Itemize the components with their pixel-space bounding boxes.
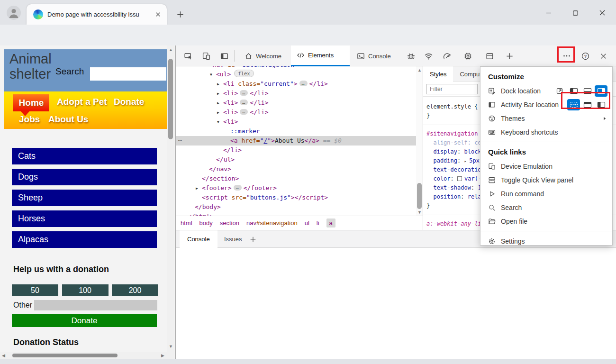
nav-item-adopt[interactable]: Adopt a Pet xyxy=(57,97,107,107)
quick-view-panel-icon xyxy=(488,176,496,184)
highlight-box-customize-button xyxy=(557,46,575,63)
menu-item-keyboard-shortcuts[interactable]: Keyboard shortcuts xyxy=(480,125,612,139)
breadcrumb-item-li[interactable]: li xyxy=(317,219,319,227)
dom-tree-row[interactable]: <script src="buttons.js"></script> xyxy=(176,193,416,202)
scroll-thumb[interactable] xyxy=(12,354,118,357)
tab-elements[interactable]: Elements xyxy=(291,46,350,66)
dom-tree-row[interactable]: </ul> xyxy=(176,155,416,164)
nav-item-about[interactable]: About Us xyxy=(48,114,88,125)
window-minimize-button[interactable] xyxy=(539,7,558,19)
menu-item-run-command[interactable]: Run command xyxy=(480,187,612,200)
dom-tree-row[interactable]: </html> xyxy=(176,212,416,216)
more-tools-plus-icon[interactable] xyxy=(502,49,516,63)
drawer-tab-issues[interactable]: Issues xyxy=(217,230,250,248)
scroll-down-icon[interactable]: ▼ xyxy=(169,344,173,349)
menu-item-settings[interactable]: Settings xyxy=(480,234,612,248)
person-icon xyxy=(7,6,21,20)
profile-avatar[interactable] xyxy=(7,6,21,20)
amount-button-50[interactable]: 50 xyxy=(12,284,58,296)
tab-close-icon[interactable] xyxy=(154,10,162,19)
menu-item-device-emulation[interactable]: Device Emulation xyxy=(480,159,612,173)
dom-tree-row[interactable]: ::marker xyxy=(176,127,416,136)
dom-tree-row[interactable]: ▶<li>…</li> xyxy=(176,98,416,108)
nav-item-home[interactable]: Home xyxy=(13,94,49,111)
amount-button-200[interactable]: 200 xyxy=(112,284,158,296)
search-icon xyxy=(488,204,496,211)
amount-button-100[interactable]: 100 xyxy=(62,284,109,296)
animal-button-horses[interactable]: Horses xyxy=(12,210,157,227)
other-amount-input[interactable] xyxy=(34,300,157,310)
breadcrumb-item-body[interactable]: body xyxy=(199,219,213,227)
new-tab-button[interactable] xyxy=(174,9,186,20)
dom-tree-row[interactable]: ▶<li class="current">…</li> xyxy=(176,79,416,89)
dom-tree-row[interactable]: </li> xyxy=(176,146,416,155)
menu-heading-customize: Customize xyxy=(480,70,612,84)
tree-scrollbar[interactable]: ▲ ▼ xyxy=(416,66,423,216)
dom-tree-row[interactable]: ▶<footer>…</footer> xyxy=(176,183,416,193)
menu-item-toggle-quick-view[interactable]: Toggle Quick View panel xyxy=(480,173,612,187)
dom-tree-row[interactable]: </body> xyxy=(176,202,416,212)
animal-button-dogs[interactable]: Dogs xyxy=(12,169,157,185)
help-icon[interactable]: ? xyxy=(578,49,592,63)
device-emulation-icon[interactable] xyxy=(199,49,213,63)
breadcrumb-item-nav[interactable]: nav#sitenavigation xyxy=(246,219,298,227)
drawer-add-tab-icon[interactable] xyxy=(246,232,260,246)
dom-tree-row[interactable]: ▼<ul>flex xyxy=(176,70,416,79)
styles-filter-input[interactable] xyxy=(426,84,478,94)
scroll-thumb[interactable] xyxy=(417,183,422,209)
dom-tree: ▼<nav id="sitenavigation">▼<ul>flex▶<li … xyxy=(176,66,416,216)
animal-button-cats[interactable]: Cats xyxy=(12,148,157,164)
scroll-thumb[interactable] xyxy=(168,59,173,139)
dom-tree-row[interactable]: ▶<li>…</li> xyxy=(176,108,416,117)
search-input[interactable] xyxy=(90,67,166,81)
activity-bar-toggle-icon[interactable] xyxy=(217,49,231,63)
scroll-right-icon[interactable]: ▶ xyxy=(161,353,164,358)
breadcrumb-item-section[interactable]: section xyxy=(220,219,239,227)
scroll-up-icon[interactable]: ▲ xyxy=(169,47,173,52)
menu-item-themes[interactable]: Themes xyxy=(480,111,612,125)
color-swatch[interactable] xyxy=(457,176,462,181)
tab-console[interactable]: Console xyxy=(351,46,397,66)
dock-panel-icon[interactable] xyxy=(482,49,497,63)
dom-tree-row[interactable]: ▼<nav id="sitenavigation"> xyxy=(176,66,416,70)
page-vertical-scrollbar[interactable]: ▲ ▼ xyxy=(167,46,174,352)
dom-tree-row[interactable]: </nav> xyxy=(176,164,416,174)
animal-button-alpacas[interactable]: Alpacas xyxy=(12,231,157,248)
dom-tree-row[interactable]: ▼<li> xyxy=(176,117,416,127)
donate-button[interactable]: Donate xyxy=(12,314,157,327)
page-horizontal-scrollbar[interactable]: ◀ ▶ xyxy=(0,352,174,359)
tab-welcome[interactable]: Welcome xyxy=(239,46,287,66)
inspect-element-icon[interactable] xyxy=(181,49,195,63)
drawer-tab-console[interactable]: Console xyxy=(180,230,217,248)
nav-item-donate[interactable]: Donate xyxy=(114,97,144,107)
menu-item-search[interactable]: Search xyxy=(480,200,612,214)
scroll-up-icon[interactable]: ▲ xyxy=(417,68,422,73)
toolbar-separator xyxy=(234,50,235,62)
site-header: Animal shelter Search xyxy=(4,49,167,91)
run-command-icon xyxy=(488,190,496,198)
nav-item-jobs[interactable]: Jobs xyxy=(19,114,40,125)
debug-bug-icon[interactable] xyxy=(404,49,418,63)
network-conditions-icon[interactable] xyxy=(421,49,435,63)
window-close-button[interactable] xyxy=(593,7,612,19)
scroll-down-icon[interactable]: ▼ xyxy=(417,210,422,215)
window-maximize-button[interactable] xyxy=(566,7,585,19)
dom-tree-row[interactable]: ⋯<a href="/">About Us</a> == $0 xyxy=(176,136,416,146)
tab-styles[interactable]: Styles xyxy=(423,66,453,82)
dom-tree-row[interactable]: ▶<li>…</li> xyxy=(176,89,416,98)
browser-tab[interactable]: Demo page with accessibility issu xyxy=(27,4,167,25)
performance-icon[interactable] xyxy=(440,49,454,63)
home-icon xyxy=(245,52,253,60)
close-devtools-icon[interactable] xyxy=(596,49,610,63)
keyboard-icon xyxy=(488,128,496,136)
dom-tree-row[interactable]: </section> xyxy=(176,174,416,183)
breadcrumb-item-html[interactable]: html xyxy=(181,219,192,227)
console-output-area[interactable] xyxy=(176,248,616,359)
breadcrumb-item-a[interactable]: a xyxy=(326,218,335,228)
scroll-left-icon[interactable]: ◀ xyxy=(2,353,5,358)
browser-toolbar: https://microsoftedge.github.io/Demos/de… xyxy=(0,25,616,46)
breadcrumb-item-ul[interactable]: ul xyxy=(305,219,309,227)
animal-button-sheep[interactable]: Sheep xyxy=(12,190,157,206)
memory-chip-icon[interactable] xyxy=(461,49,475,63)
menu-item-open-file[interactable]: Open file xyxy=(480,214,612,228)
